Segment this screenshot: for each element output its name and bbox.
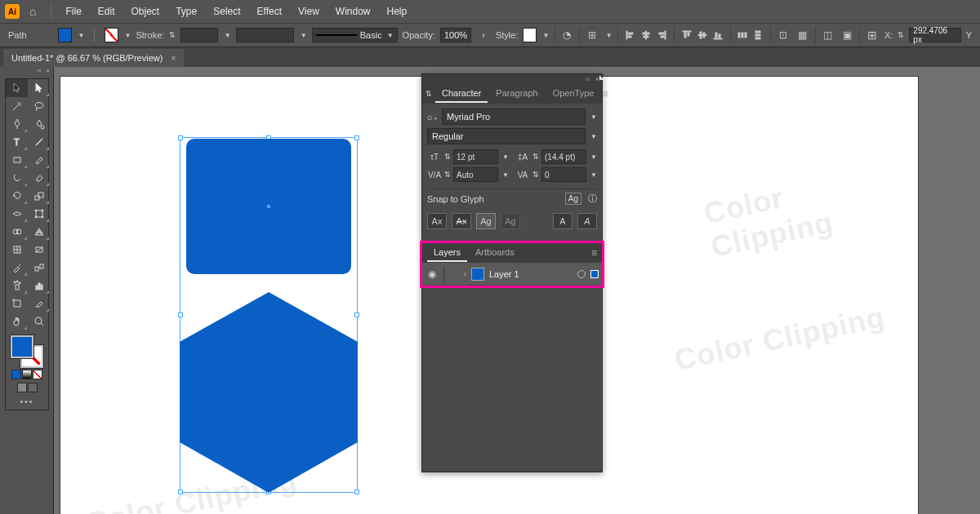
stepper-icon[interactable]: ⇅ [532, 153, 539, 161]
fill-color-swatch[interactable] [58, 28, 71, 42]
chevron-down-icon[interactable]: ▼ [502, 153, 509, 161]
distribute-v-icon[interactable] [751, 28, 765, 42]
stepper-icon[interactable]: ⇅ [898, 31, 904, 39]
hand-tool[interactable] [6, 312, 28, 330]
isolate-icon[interactable]: ◫ [821, 27, 835, 43]
eraser-tool[interactable] [28, 169, 50, 187]
chevron-down-icon[interactable]: ▼ [301, 32, 307, 39]
align-hcenter-icon[interactable] [639, 28, 653, 42]
chevron-down-icon[interactable]: ▼ [590, 113, 597, 121]
edit-icon[interactable]: ▣ [840, 27, 855, 43]
glyph-btn-3[interactable]: Ag [476, 213, 496, 229]
rotate-tool[interactable] [6, 187, 28, 205]
lasso-tool[interactable] [28, 97, 50, 115]
target-icon[interactable] [577, 270, 586, 278]
distribute-h-icon[interactable] [735, 28, 750, 42]
floating-panel[interactable]: ‹‹ × ⇅ Character Paragraph OpenType ≡ ⌕▾… [421, 73, 603, 472]
panel-menu-icon[interactable]: ≡ [591, 247, 597, 259]
slice-tool[interactable] [28, 295, 50, 312]
expand-chevron-icon[interactable]: › [464, 270, 466, 278]
menu-effect[interactable]: Effect [250, 2, 289, 20]
reference-point-icon[interactable]: ⊞ [865, 27, 880, 43]
stroke-profile-preview[interactable] [236, 28, 294, 42]
opacity-input[interactable]: 100% [440, 28, 471, 42]
menu-view[interactable]: View [291, 2, 327, 20]
fill-swatch[interactable] [11, 335, 33, 358]
stepper-icon[interactable]: ⇅ [444, 153, 451, 161]
canvas-area[interactable]: Color Clipping Color Clipping Color Clip… [54, 67, 980, 514]
search-icon[interactable]: ⌕▾ [427, 112, 439, 122]
color-mode-solid[interactable] [11, 370, 21, 379]
kerning-input[interactable]: Auto [453, 167, 498, 182]
menu-window[interactable]: Window [328, 2, 378, 20]
align-right-icon[interactable] [654, 28, 669, 42]
tab-close-icon[interactable]: × [171, 54, 176, 63]
edit-toolbar-icon[interactable]: ••• [9, 397, 45, 406]
hexagon-shape[interactable] [180, 292, 358, 493]
chevron-down-icon[interactable]: ▼ [78, 32, 85, 39]
font-size-input[interactable]: 12 pt [453, 149, 498, 164]
graphic-style-swatch[interactable] [523, 28, 536, 42]
chevron-right-icon[interactable]: › [476, 27, 491, 43]
tab-layers[interactable]: Layers [427, 244, 467, 262]
layer-name-label[interactable]: Layer 1 [489, 269, 572, 279]
magic-wand-tool[interactable] [6, 97, 28, 115]
perspective-grid-tool[interactable] [28, 223, 50, 241]
shape-builder-tool[interactable] [6, 223, 28, 241]
tracking-input[interactable]: 0 [541, 167, 586, 182]
chevron-down-icon[interactable]: ▼ [125, 32, 131, 39]
layer-row[interactable]: ◉ › Layer 1 ◣ [422, 263, 602, 286]
resize-handle[interactable] [354, 135, 359, 140]
align-top-icon[interactable] [679, 28, 694, 42]
glyph-btn-6[interactable]: A [577, 213, 597, 229]
chevron-down-icon[interactable]: ▼ [590, 133, 597, 140]
align-vcenter-icon[interactable] [695, 28, 710, 42]
panel-menu-icon[interactable]: ≡ [602, 88, 608, 100]
width-tool[interactable] [6, 205, 28, 223]
stroke-stepper-icon[interactable]: ⇅ [169, 31, 176, 39]
menu-type[interactable]: Type [168, 2, 204, 20]
color-mode-none[interactable] [33, 370, 42, 379]
panel-collapse-controls[interactable]: ‹‹× [37, 67, 53, 75]
close-icon[interactable]: × [46, 67, 50, 75]
leading-input[interactable]: (14.4 pt) [541, 149, 586, 164]
recolor-artwork-icon[interactable]: ◔ [559, 27, 574, 43]
pen-tool[interactable] [6, 115, 28, 133]
collapse-icon[interactable]: ‹‹ [586, 75, 590, 83]
tab-character[interactable]: Character [435, 85, 488, 103]
glyph-snap-icon[interactable]: Ag [565, 193, 581, 205]
column-graph-tool[interactable] [28, 277, 50, 295]
brush-definition-select[interactable]: Basic▼ [312, 28, 398, 42]
chevron-down-icon[interactable]: ▼ [502, 171, 509, 179]
menu-edit[interactable]: Edit [91, 2, 122, 20]
screen-mode-normal[interactable] [17, 383, 27, 392]
font-family-input[interactable]: Myriad Pro [442, 109, 586, 125]
fill-stroke-toggle[interactable] [11, 335, 43, 368]
stepper-icon[interactable]: ⇅ [532, 171, 539, 179]
selection-tool[interactable] [6, 79, 28, 97]
font-style-select[interactable]: Regular [427, 128, 586, 144]
chevron-down-icon[interactable]: ▼ [590, 153, 597, 161]
stroke-weight-input[interactable] [180, 28, 217, 42]
menu-object[interactable]: Object [124, 2, 167, 20]
menu-file[interactable]: File [58, 2, 88, 20]
document-tab[interactable]: Untitled-1* @ 66.67 % (RGB/Preview) × [3, 49, 184, 67]
scale-tool[interactable] [28, 187, 50, 205]
info-icon[interactable]: ⓘ [588, 193, 597, 205]
chevron-down-icon[interactable]: ▼ [590, 171, 597, 179]
zoom-tool[interactable] [28, 312, 50, 330]
rectangle-tool[interactable] [6, 151, 28, 169]
tab-opentype[interactable]: OpenType [546, 85, 601, 103]
glyph-btn-1[interactable]: Ax [427, 213, 447, 229]
rounded-rectangle-shape[interactable] [186, 139, 351, 274]
panel-titlebar[interactable]: ‹‹ × [422, 74, 602, 84]
mesh-tool[interactable] [6, 241, 28, 259]
blend-tool[interactable] [28, 259, 50, 277]
stepper-icon[interactable]: ⇅ [444, 171, 451, 179]
color-mode-gradient[interactable] [22, 370, 32, 379]
align-bottom-icon[interactable] [710, 28, 725, 42]
tab-paragraph[interactable]: Paragraph [489, 85, 544, 103]
type-tool[interactable]: T [6, 133, 28, 151]
align-left-icon[interactable] [623, 28, 638, 42]
glyph-btn-2[interactable]: Ax [452, 213, 471, 229]
